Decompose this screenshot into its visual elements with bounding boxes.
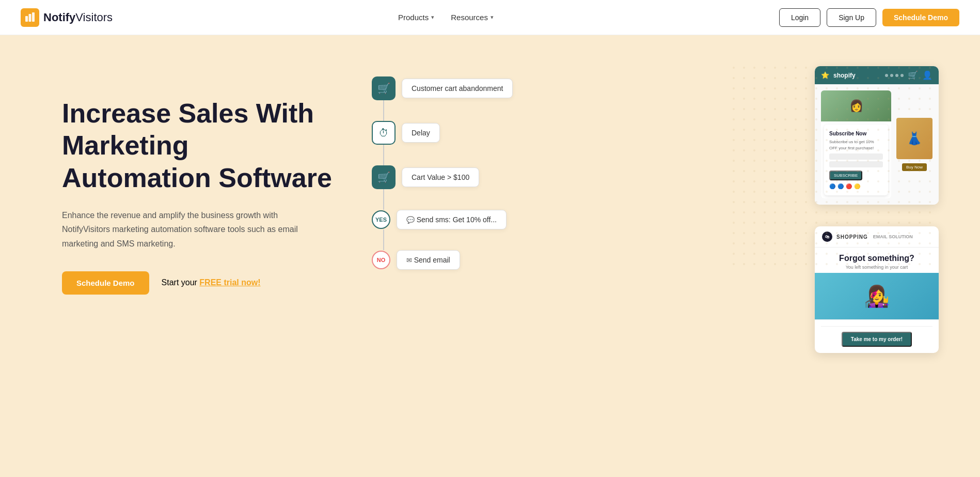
shopify-preview-card: ⭐ shopify 🛒 👤 👩 Subscribe Now Subscribe … — [815, 66, 939, 205]
email-card-header: 🛍 SHOPPING EMAIL SOLUTION — [815, 226, 939, 248]
buy-now-tag[interactable]: Buy Now — [902, 163, 927, 171]
login-button[interactable]: Login — [779, 8, 820, 27]
email-preview-card: 🛍 SHOPPING EMAIL SOLUTION Forgot somethi… — [815, 226, 939, 353]
shopify-header: ⭐ shopify 🛒 👤 — [815, 66, 939, 84]
flow-node-yes-sms: YES 💬 Send sms: Get 10% off... — [372, 210, 507, 229]
nav-products[interactable]: Products ▾ — [398, 13, 434, 22]
yes-badge: YES — [372, 210, 390, 229]
cart-value-icon: 🛒 — [372, 165, 396, 189]
forgot-title: Forgot something? — [822, 254, 931, 263]
shopify-cart-icon: 🛒 — [908, 70, 918, 80]
hero-right: 🛒 Customer cart abandonment ⏱ Delay 🛒 Ca… — [372, 66, 939, 428]
hero-section: Increase Sales With Marketing Automation… — [0, 35, 980, 477]
flow-diagram: 🛒 Customer cart abandonment ⏱ Delay 🛒 Ca… — [372, 76, 513, 270]
email-footer: Take me to my order! — [815, 319, 939, 353]
shopify-body: 👩 Subscribe Now Subscribe us to get 10% … — [815, 84, 939, 205]
schedule-demo-nav-button[interactable]: Schedule Demo — [882, 9, 959, 26]
cart-abandonment-icon: 🛒 — [372, 76, 396, 100]
shopify-brand-label: shopify — [833, 72, 856, 79]
products-chevron-icon: ▾ — [431, 14, 434, 21]
email-label: ✉ Send email — [397, 250, 460, 270]
svg-rect-2 — [32, 12, 35, 22]
delay-icon: ⏱ — [372, 121, 396, 145]
flow-node-cart-value: 🛒 Cart Value > $100 — [372, 165, 479, 189]
flow-node-delay: ⏱ Delay — [372, 121, 440, 145]
nav-buttons: Login Sign Up Schedule Demo — [779, 8, 959, 27]
schedule-demo-hero-button[interactable]: Schedule Demo — [62, 271, 149, 295]
cart-value-label: Cart Value > $100 — [402, 167, 479, 187]
flow-node-cart-abandonment: 🛒 Customer cart abandonment — [372, 76, 513, 100]
shopify-dots — [885, 74, 904, 77]
logo[interactable]: NotifyVisitors — [21, 8, 113, 27]
logo-icon — [21, 8, 39, 27]
popup-subscribe-button[interactable]: SUBSCRIBE — [829, 171, 862, 180]
cart-abandonment-label: Customer cart abandonment — [402, 79, 513, 98]
svg-rect-1 — [29, 14, 31, 22]
connector-2 — [383, 145, 384, 165]
forgot-sub: You left something in your cart — [822, 265, 931, 270]
connector-1 — [383, 100, 384, 121]
no-badge: NO — [372, 251, 390, 269]
resources-chevron-icon: ▾ — [491, 14, 494, 21]
shopify-avatar-icon: 👤 — [922, 70, 932, 80]
sms-label: 💬 Send sms: Get 10% off... — [397, 210, 507, 229]
email-product-image: 👩‍🎤 — [815, 273, 939, 319]
hero-actions: Schedule Demo Start your FREE trial now! — [62, 271, 341, 295]
shopify-star-icon: ⭐ — [821, 71, 829, 79]
connector-4 — [383, 229, 384, 250]
hero-title: Increase Sales With Marketing Automation… — [62, 97, 341, 194]
free-trial-link[interactable]: FREE trial now! — [199, 278, 260, 287]
connector-3 — [383, 189, 384, 210]
trial-text: Start your FREE trial now! — [162, 278, 261, 287]
nav-resources[interactable]: Resources ▾ — [451, 13, 494, 22]
signup-button[interactable]: Sign Up — [827, 8, 876, 27]
email-forgot-section: Forgot something? You left something in … — [815, 248, 939, 273]
flow-node-no-email: NO ✉ Send email — [372, 250, 460, 270]
shopping-brand-label: SHOPPING — [836, 234, 868, 240]
shopify-product-image: 👗 — [896, 118, 932, 159]
shopify-popup-content: Subscribe Now Subscribe us to get 10% OF… — [824, 125, 888, 195]
email-cta-button[interactable]: Take me to my order! — [842, 332, 912, 347]
svg-rect-0 — [25, 16, 28, 22]
logo-text: NotifyVisitors — [43, 11, 113, 24]
nav-center: Products ▾ Resources ▾ — [398, 13, 494, 22]
navbar: NotifyVisitors Products ▾ Resources ▾ Lo… — [0, 0, 980, 35]
hero-subtitle: Enhance the revenue and amplify the busi… — [62, 208, 310, 251]
shopping-logo-icon: 🛍 — [822, 232, 832, 242]
hero-left: Increase Sales With Marketing Automation… — [62, 66, 341, 295]
delay-label: Delay — [402, 123, 440, 143]
